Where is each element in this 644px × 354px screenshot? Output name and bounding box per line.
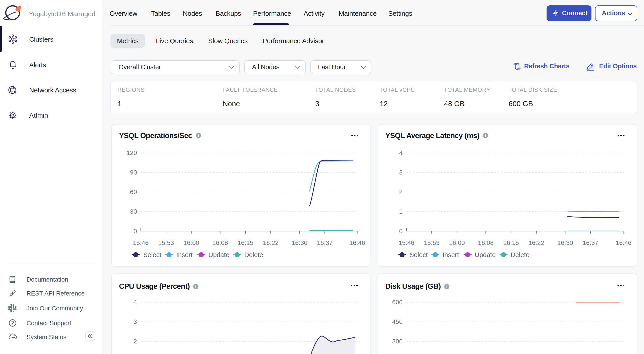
svg-text:2: 2: [399, 188, 402, 195]
svg-text:3: 3: [134, 318, 137, 325]
svg-text:16:08: 16:08: [212, 239, 228, 246]
svg-text:16:46: 16:46: [616, 239, 632, 246]
svg-text:120: 120: [126, 149, 137, 156]
svg-text:16:15: 16:15: [503, 239, 519, 246]
svg-text:16:22: 16:22: [528, 239, 544, 246]
svg-text:Insert: Insert: [176, 251, 193, 258]
svg-text:16:30: 16:30: [292, 239, 308, 246]
svg-text:Delete: Delete: [244, 251, 263, 258]
svg-text:4: 4: [134, 299, 137, 306]
svg-text:Insert: Insert: [442, 251, 459, 258]
svg-text:Select: Select: [143, 251, 162, 258]
svg-text:16:37: 16:37: [317, 239, 332, 246]
svg-text:15:46: 15:46: [398, 239, 414, 246]
svg-text:Update: Update: [208, 251, 230, 258]
svg-text:1: 1: [399, 208, 402, 215]
svg-text:16:30: 16:30: [557, 239, 573, 246]
svg-text:16:15: 16:15: [238, 239, 253, 246]
svg-text:16:22: 16:22: [263, 239, 278, 246]
svg-text:600: 600: [392, 299, 402, 306]
svg-text:15:53: 15:53: [158, 239, 174, 246]
svg-text:90: 90: [130, 169, 137, 176]
svg-text:16:00: 16:00: [184, 239, 199, 246]
svg-text:3: 3: [399, 169, 402, 176]
svg-text:16:08: 16:08: [478, 239, 494, 246]
svg-text:0: 0: [134, 227, 137, 234]
svg-text:16:00: 16:00: [449, 239, 465, 246]
svg-text:16:37: 16:37: [582, 239, 598, 246]
svg-text:300: 300: [392, 338, 402, 345]
svg-text:15:46: 15:46: [133, 239, 149, 246]
svg-text:2: 2: [134, 338, 137, 345]
svg-text:60: 60: [130, 188, 137, 195]
svg-text:Update: Update: [475, 251, 496, 258]
svg-text:16:46: 16:46: [350, 239, 365, 246]
svg-text:30: 30: [130, 208, 137, 215]
svg-text:0: 0: [399, 227, 402, 234]
svg-text:15:53: 15:53: [424, 239, 440, 246]
svg-text:450: 450: [392, 318, 402, 325]
svg-text:Select: Select: [410, 251, 428, 258]
svg-text:4: 4: [399, 149, 402, 156]
svg-text:Delete: Delete: [510, 251, 530, 258]
